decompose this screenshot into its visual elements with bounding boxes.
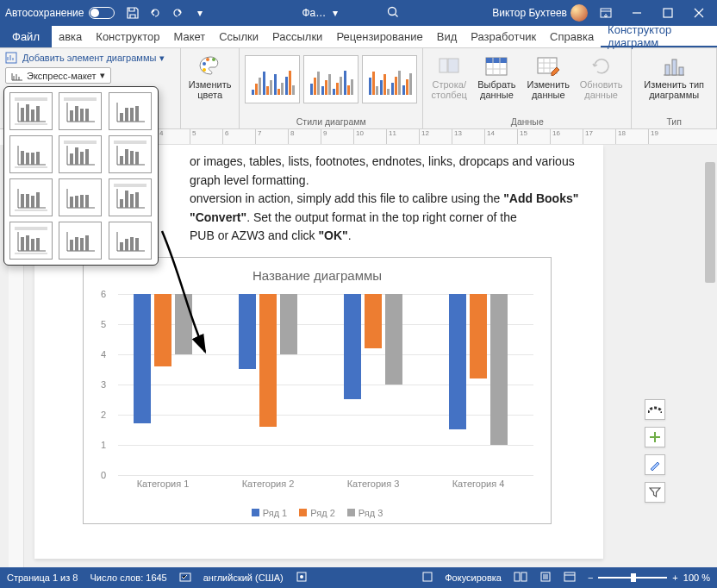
chart-bar[interactable]	[449, 294, 466, 430]
layout-option-3[interactable]	[109, 92, 152, 130]
add-chart-element-button[interactable]: Добавить элемент диаграммы ▾	[5, 52, 165, 64]
view-print-icon[interactable]	[539, 572, 552, 584]
embedded-chart[interactable]: Название диаграммы 0123456Категория 1Кат…	[83, 257, 552, 524]
redo-icon[interactable]	[168, 3, 187, 22]
svg-rect-72	[130, 237, 134, 251]
svg-rect-51	[70, 197, 73, 208]
status-macros-icon[interactable]	[296, 571, 308, 585]
svg-rect-66	[70, 240, 73, 251]
tab-file[interactable]: Файл	[0, 26, 52, 47]
save-icon[interactable]	[123, 3, 142, 22]
svg-rect-35	[15, 166, 47, 168]
vertical-scrollbar[interactable]	[703, 145, 717, 567]
svg-rect-27	[120, 113, 123, 122]
zoom-out-icon[interactable]: −	[588, 572, 593, 583]
svg-rect-47	[26, 194, 29, 208]
undo-icon[interactable]	[146, 3, 165, 22]
chart-bar[interactable]	[490, 294, 508, 445]
layout-option-4[interactable]	[9, 135, 53, 173]
tab-view[interactable]: Вид	[430, 26, 464, 47]
layout-option-8[interactable]	[59, 178, 102, 216]
quick-layout-button[interactable]: Экспресс-макет ▾	[5, 67, 111, 84]
chart-bar[interactable]	[134, 294, 151, 423]
layout-option-2[interactable]	[59, 92, 102, 130]
close-button[interactable]	[686, 1, 712, 25]
legend-item[interactable]: Ряд 1	[252, 508, 288, 518]
status-language[interactable]: английский (США)	[203, 572, 284, 583]
layout-option-12[interactable]	[109, 222, 152, 260]
chart-bar[interactable]	[239, 294, 256, 370]
status-focus[interactable]: Фокусировка	[445, 572, 502, 583]
legend-item[interactable]: Ряд 2	[299, 508, 335, 518]
change-colors-button[interactable]: Изменить цвета	[185, 52, 235, 102]
chart-bar[interactable]	[175, 294, 192, 354]
layout-option-11[interactable]	[59, 222, 102, 260]
chart-bar[interactable]	[470, 294, 487, 378]
change-chart-type-button[interactable]: Изменить тип диаграммы	[637, 52, 711, 102]
chart-filter-icon[interactable]	[645, 482, 665, 503]
autosave-toggle[interactable]: Автосохранение	[5, 7, 115, 19]
select-data-button[interactable]: Выбрать данные	[473, 52, 520, 102]
svg-rect-43	[125, 149, 128, 165]
status-focus-icon[interactable]	[422, 572, 433, 584]
doc-title-dropdown-icon[interactable]: ▾	[333, 7, 338, 19]
chart-bar[interactable]	[344, 294, 361, 400]
status-wordcount[interactable]: Число слов: 1645	[90, 572, 166, 583]
svg-rect-9	[448, 59, 458, 72]
data-group-label: Данные	[428, 116, 626, 127]
tab-design[interactable]: Конструктор	[89, 26, 166, 47]
layout-option-1[interactable]	[9, 92, 53, 130]
tab-developer[interactable]: Разработчик	[464, 26, 543, 47]
view-read-icon[interactable]	[514, 572, 527, 584]
zoom-slider[interactable]	[598, 577, 667, 579]
layout-option-9[interactable]	[109, 178, 152, 216]
chart-brush-icon[interactable]	[645, 454, 665, 475]
chart-bar[interactable]	[365, 294, 382, 348]
user-account[interactable]: Виктор Бухтеев	[492, 4, 588, 22]
tab-layout[interactable]: Макет	[166, 26, 212, 47]
view-web-icon[interactable]	[564, 572, 576, 584]
tab-review[interactable]: Рецензирование	[329, 26, 429, 47]
qat-more-icon[interactable]: ▾	[190, 3, 209, 22]
chart-style-1[interactable]	[245, 55, 300, 103]
chart-legend[interactable]: Ряд 1Ряд 2Ряд 3	[84, 508, 551, 518]
tab-home-fragment[interactable]: авка	[52, 26, 89, 47]
layout-option-6[interactable]	[109, 135, 152, 173]
minimize-button[interactable]	[624, 1, 650, 25]
zoom-value[interactable]: 100 %	[683, 572, 710, 583]
layout-option-5[interactable]	[59, 135, 102, 173]
chart-bar[interactable]	[259, 294, 277, 427]
tab-help[interactable]: Справка	[543, 26, 601, 47]
zoom-control[interactable]: − + 100 %	[588, 572, 710, 583]
tab-references[interactable]: Ссылки	[212, 26, 265, 47]
autosave-label: Автосохранение	[5, 7, 84, 19]
search-icon[interactable]	[386, 5, 400, 22]
chart-bar[interactable]	[385, 294, 402, 385]
edit-data-button[interactable]: Изменить данные	[524, 52, 573, 102]
layout-option-10[interactable]	[9, 222, 53, 260]
ribbon-options-icon[interactable]	[593, 1, 619, 25]
svg-rect-37	[70, 153, 73, 165]
svg-rect-31	[21, 151, 24, 165]
status-page[interactable]: Страница 1 из 8	[7, 572, 78, 583]
svg-rect-23	[70, 110, 73, 122]
tab-chart-design[interactable]: Конструктор диаграмм	[601, 26, 717, 47]
status-proofing-icon[interactable]	[179, 571, 191, 585]
svg-rect-61	[21, 237, 24, 251]
svg-rect-56	[120, 199, 123, 208]
zoom-in-icon[interactable]: +	[672, 572, 677, 583]
scrollbar-thumb[interactable]	[705, 162, 715, 283]
chart-style-2[interactable]	[303, 55, 358, 103]
chart-style-3[interactable]	[362, 55, 417, 103]
chart-bar[interactable]	[280, 294, 297, 354]
layout-option-7[interactable]	[9, 178, 53, 216]
tab-mailings[interactable]: Рассылки	[265, 26, 329, 47]
chart-elements-icon[interactable]	[645, 427, 665, 447]
chart-styles-icon[interactable]	[645, 399, 665, 420]
chart-plot-area[interactable]: 0123456Категория 1Категория 2Категория 3…	[118, 294, 533, 475]
legend-item[interactable]: Ряд 3	[347, 508, 383, 518]
maximize-button[interactable]	[655, 1, 681, 25]
chevron-down-icon: ▾	[159, 53, 165, 64]
svg-rect-77	[423, 572, 432, 581]
chart-bar[interactable]	[154, 294, 171, 366]
